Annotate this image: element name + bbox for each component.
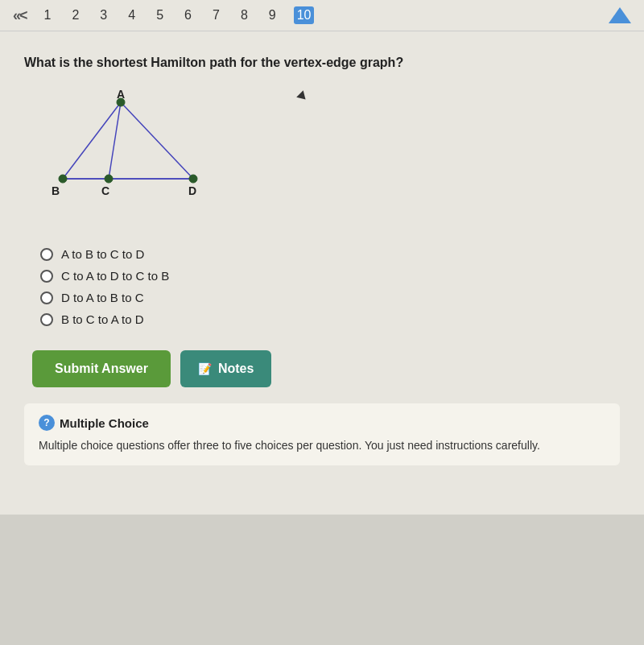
choice-1[interactable]: A to B to C to D	[40, 247, 620, 261]
info-icon: ?	[39, 415, 55, 431]
svg-text:B: B	[52, 184, 60, 197]
choice-label-4: B to C to A to D	[61, 312, 144, 326]
nav-page-2[interactable]: 2	[68, 6, 82, 24]
svg-line-0	[63, 102, 121, 179]
svg-line-2	[121, 102, 193, 179]
nav-page-6[interactable]: 6	[181, 6, 195, 24]
notes-label: Notes	[218, 362, 254, 376]
svg-text:A: A	[117, 88, 125, 101]
notes-button[interactable]: 📝 Notes	[180, 350, 271, 387]
choice-label-3: D to A to B to C	[61, 291, 144, 304]
graph-container: A B C D	[40, 86, 242, 231]
choice-2[interactable]: C to A to D to C to B	[40, 269, 620, 283]
info-title-text: Multiple Choice	[60, 416, 149, 430]
nav-arrows[interactable]: «<	[13, 7, 27, 24]
nav-triangle-indicator	[609, 7, 631, 23]
info-text: Multiple choice questions offer three to…	[39, 437, 605, 454]
radio-1[interactable]	[40, 248, 53, 261]
choice-3[interactable]: D to A to B to C	[40, 291, 620, 304]
svg-point-9	[189, 175, 197, 183]
nav-page-8[interactable]: 8	[237, 6, 251, 24]
submit-answer-button[interactable]: Submit Answer	[32, 350, 171, 387]
svg-line-1	[109, 102, 121, 179]
nav-page-3[interactable]: 3	[97, 6, 110, 24]
vertex-edge-graph: A B C D	[40, 86, 225, 227]
radio-3[interactable]	[40, 291, 53, 304]
choice-label-2: C to A to D to C to B	[61, 269, 169, 283]
question-text: What is the shortest Hamilton path for t…	[24, 56, 620, 70]
nav-page-1[interactable]: 1	[41, 6, 55, 24]
choice-4[interactable]: B to C to A to D	[40, 312, 620, 326]
svg-text:D: D	[188, 184, 196, 197]
radio-2[interactable]	[40, 270, 53, 283]
nav-page-10[interactable]: 10	[294, 6, 315, 24]
button-row: Submit Answer 📝 Notes	[32, 350, 620, 387]
choice-label-1: A to B to C to D	[61, 247, 144, 261]
radio-4[interactable]	[40, 313, 53, 326]
nav-bar: «< 1 2 3 4 5 6 7 8 9 10	[0, 0, 644, 31]
svg-point-8	[105, 175, 113, 183]
svg-point-7	[59, 175, 67, 183]
main-content: What is the shortest Hamilton path for t…	[0, 31, 644, 515]
notes-icon: 📝	[198, 362, 212, 375]
svg-text:C: C	[101, 184, 109, 197]
nav-page-9[interactable]: 9	[266, 6, 279, 24]
nav-page-7[interactable]: 7	[209, 6, 223, 24]
info-title: ? Multiple Choice	[39, 415, 605, 431]
nav-page-4[interactable]: 4	[125, 6, 138, 24]
answer-choices: A to B to C to D C to A to D to C to B D…	[40, 247, 620, 326]
nav-page-5[interactable]: 5	[153, 6, 167, 24]
info-box: ? Multiple Choice Multiple choice questi…	[24, 403, 620, 465]
